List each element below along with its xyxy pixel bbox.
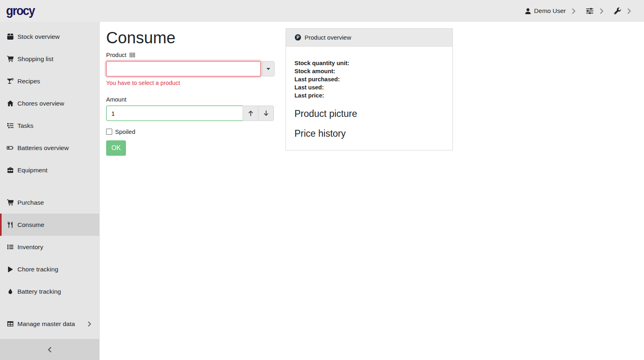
sidebar-item-battery-tracking[interactable]: Battery tracking [0, 280, 99, 303]
sidebar: Stock overview Shopping list Recipes Cho… [0, 22, 100, 360]
barcode-icon [129, 53, 136, 57]
arrow-down-icon [263, 110, 269, 116]
table-icon [6, 320, 14, 327]
sliders-icon[interactable] [586, 7, 594, 15]
sidebar-item-manage-master-data[interactable]: Manage master data [0, 313, 99, 335]
cocktail-icon [6, 78, 14, 85]
caret-down-icon [267, 68, 270, 70]
sidebar-item-tasks[interactable]: Tasks [0, 114, 99, 137]
sidebar-item-inventory[interactable]: Inventory [0, 236, 99, 258]
price-history-heading: Price history [294, 128, 444, 139]
sidebar-item-equipment[interactable]: Equipment [0, 159, 99, 181]
last-used-label: Last used: [294, 83, 444, 91]
sidebar-item-label: Consume [17, 221, 44, 229]
user-name: Demo User [534, 7, 566, 15]
wrench-icon[interactable] [614, 7, 621, 15]
chevron-right-icon [88, 322, 91, 326]
utensils-icon [6, 221, 14, 228]
toolbox-icon [6, 167, 14, 174]
amount-increment-button[interactable] [243, 106, 258, 121]
spoiled-row: Spoiled [106, 128, 275, 135]
chevron-right-icon[interactable] [572, 8, 576, 14]
stock-quantity-unit-label: Stock quantity unit: [294, 59, 444, 67]
product-group: Product You have to select a product [106, 52, 275, 86]
play-icon [6, 266, 14, 273]
sidebar-item-recipes[interactable]: Recipes [0, 70, 99, 92]
sidebar-collapse-button[interactable] [0, 339, 99, 360]
chevron-right-icon[interactable] [627, 8, 631, 14]
chevron-right-icon[interactable] [600, 8, 603, 14]
box-icon [6, 33, 14, 40]
sidebar-item-consume[interactable]: Consume [0, 214, 99, 236]
amount-group: Amount [106, 96, 275, 121]
product-circle-icon: P [294, 34, 301, 41]
sidebar-group-spacer [0, 303, 99, 313]
stock-amount-label: Stock amount: [294, 67, 444, 75]
last-purchased-label: Last purchased: [294, 75, 444, 83]
amount-label: Amount [106, 96, 126, 103]
shopping-cart-icon [6, 55, 14, 62]
consume-form: Product You have to select a product Amo… [106, 52, 275, 156]
user-menu[interactable]: Demo User [525, 7, 566, 15]
sidebar-item-label: Battery tracking [17, 288, 61, 295]
shopping-cart-icon [6, 199, 14, 206]
home-icon [6, 100, 14, 107]
sidebar-item-label: Manage master data [17, 320, 75, 328]
product-picture-heading: Product picture [294, 108, 444, 119]
last-price-label: Last price: [294, 91, 444, 100]
topbar-actions: Demo User [525, 7, 632, 15]
product-overview-card: P Product overview Stock quantity unit: … [286, 28, 453, 150]
ok-button[interactable]: OK [106, 140, 126, 156]
sidebar-group-spacer [0, 181, 99, 191]
sidebar-item-stock-overview[interactable]: Stock overview [0, 25, 99, 48]
product-label: Product [106, 52, 126, 58]
sidebar-item-label: Shopping list [17, 55, 53, 63]
sidebar-item-shopping-list[interactable]: Shopping list [0, 48, 99, 70]
sidebar-item-chores-overview[interactable]: Chores overview [0, 92, 99, 114]
product-overview-body: Stock quantity unit: Stock amount: Last … [286, 47, 452, 150]
sidebar-item-label: Recipes [17, 78, 40, 85]
sidebar-item-purchase[interactable]: Purchase [0, 191, 99, 214]
amount-input[interactable] [106, 106, 243, 121]
sidebar-item-label: Chores overview [17, 100, 64, 107]
sidebar-item-label: Tasks [17, 122, 34, 129]
spoiled-checkbox[interactable] [106, 129, 112, 135]
product-error-message: You have to select a product [106, 80, 275, 86]
product-dropdown-button[interactable] [262, 61, 275, 76]
top-bar: grocy Demo User [0, 0, 644, 22]
sidebar-item-label: Purchase [17, 199, 44, 206]
sidebar-item-label: Chore tracking [17, 266, 58, 273]
user-icon [525, 8, 531, 15]
sidebar-item-label: Inventory [17, 244, 43, 251]
sidebar-item-chore-tracking[interactable]: Chore tracking [0, 258, 99, 280]
svg-text:P: P [296, 35, 299, 40]
drop-icon [6, 288, 14, 295]
tasks-icon [6, 122, 14, 129]
spoiled-label: Spoiled [115, 128, 135, 135]
chevron-left-icon [48, 347, 51, 352]
product-overview-title: Product overview [305, 34, 351, 41]
sidebar-item-label: Batteries overview [17, 144, 69, 152]
battery-icon [6, 144, 14, 151]
sidebar-item-label: Stock overview [17, 33, 60, 40]
grocy-logo[interactable]: grocy [6, 4, 34, 18]
list-icon [6, 244, 14, 250]
sidebar-item-label: Equipment [17, 167, 47, 174]
amount-decrement-button[interactable] [258, 106, 274, 121]
sidebar-item-batteries-overview[interactable]: Batteries overview [0, 137, 99, 159]
product-overview-header: P Product overview [286, 29, 452, 47]
product-input[interactable] [106, 61, 261, 76]
arrow-up-icon [247, 110, 254, 116]
